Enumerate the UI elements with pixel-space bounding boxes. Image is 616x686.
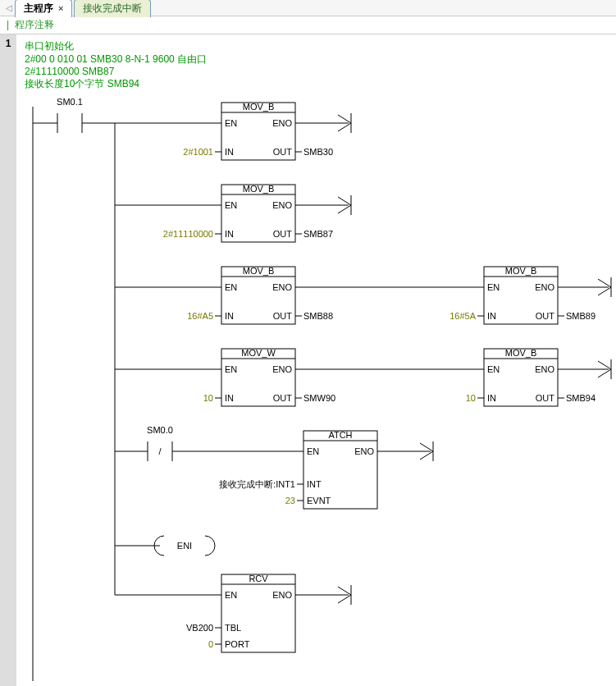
contact-label-sm01: SM0.1 xyxy=(57,97,83,107)
svg-text:MOV_B: MOV_B xyxy=(243,266,275,276)
svg-text:MOV_B: MOV_B xyxy=(505,266,537,276)
svg-text:ENI: ENI xyxy=(177,541,192,551)
svg-text:EN: EN xyxy=(225,118,237,128)
svg-text:接收完成中断:INT1: 接收完成中断:INT1 xyxy=(219,479,295,489)
tab-main-program[interactable]: 主程序 × xyxy=(15,0,72,17)
network-comment-3[interactable]: 接收长度10个字节 SMB94 xyxy=(25,78,614,90)
svg-text:OUT: OUT xyxy=(273,393,293,403)
svg-text:SMB94: SMB94 xyxy=(566,393,595,403)
svg-text:ENO: ENO xyxy=(535,364,554,374)
svg-text:IN: IN xyxy=(225,229,234,239)
svg-text:SMB87: SMB87 xyxy=(303,229,333,239)
svg-text:16#5A: 16#5A xyxy=(449,311,476,321)
svg-text:EN: EN xyxy=(487,282,500,292)
network-comment-1[interactable]: 2#00 0 010 01 SMB30 8-N-1 9600 自由口 xyxy=(25,53,614,66)
svg-text:OUT: OUT xyxy=(273,229,293,239)
tab-label: 接收完成中断 xyxy=(83,2,142,16)
network-row: 1 串口初始化 2#00 0 010 01 SMB30 8-N-1 9600 自… xyxy=(0,34,616,686)
program-comment-text: 程序注释 xyxy=(15,19,54,30)
svg-text:10: 10 xyxy=(466,393,476,403)
svg-text:23: 23 xyxy=(285,496,295,505)
network-body: 串口初始化 2#00 0 010 01 SMB30 8-N-1 9600 自由口… xyxy=(16,34,616,686)
svg-text:TBL: TBL xyxy=(225,623,241,633)
svg-text:EN: EN xyxy=(487,364,500,374)
value-out: SMB30 xyxy=(303,147,333,157)
svg-text:ENO: ENO xyxy=(272,282,292,292)
svg-text:OUT: OUT xyxy=(536,311,555,321)
svg-text:IN: IN xyxy=(225,147,234,157)
svg-text:EN: EN xyxy=(225,364,237,374)
tab-bar: ◁ 主程序 × 接收完成中断 xyxy=(0,0,616,16)
svg-text:10: 10 xyxy=(203,393,213,403)
svg-text:MOV_W: MOV_W xyxy=(241,348,276,358)
block-title: MOV_B xyxy=(243,102,275,112)
value-in: 2#1001 xyxy=(183,147,213,157)
svg-text:EN: EN xyxy=(225,590,237,600)
svg-text:/: / xyxy=(158,446,162,456)
svg-text:VB200: VB200 xyxy=(186,623,213,633)
network-comment-2[interactable]: 2#11110000 SMB87 xyxy=(25,66,614,78)
svg-text:16#A5: 16#A5 xyxy=(187,311,213,321)
svg-text:IN: IN xyxy=(225,311,234,321)
tab-label: 主程序 xyxy=(24,2,53,16)
svg-text:ENO: ENO xyxy=(272,118,292,128)
svg-text:IN: IN xyxy=(225,393,234,403)
svg-text:ENO: ENO xyxy=(272,200,292,210)
svg-text:0: 0 xyxy=(208,639,213,649)
svg-text:2#11110000: 2#11110000 xyxy=(163,229,213,239)
svg-text:ENO: ENO xyxy=(535,282,554,292)
svg-text:ENO: ENO xyxy=(272,590,292,600)
svg-text:EVNT: EVNT xyxy=(307,496,331,505)
comment-marker: | xyxy=(7,19,9,30)
svg-text:RCV: RCV xyxy=(249,574,268,583)
program-comment-bar[interactable]: | 程序注释 xyxy=(0,16,616,34)
svg-text:OUT: OUT xyxy=(273,311,293,321)
svg-text:EN: EN xyxy=(225,200,237,210)
network-number[interactable]: 1 xyxy=(0,34,16,686)
svg-text:ENO: ENO xyxy=(272,364,292,374)
svg-text:SMW90: SMW90 xyxy=(303,393,335,403)
svg-text:ENO: ENO xyxy=(354,446,374,456)
svg-text:OUT: OUT xyxy=(536,393,555,403)
tabs-scroll-left[interactable]: ◁ xyxy=(3,3,15,12)
svg-text:EN: EN xyxy=(307,446,319,456)
svg-text:ATCH: ATCH xyxy=(328,430,352,440)
svg-text:SMB88: SMB88 xyxy=(303,311,333,321)
ladder-diagram: SM0.1 MOV_B EN ENO IN OUT 2#1001 SMB30 xyxy=(25,90,614,681)
svg-text:PORT: PORT xyxy=(225,639,250,649)
svg-text:SMB89: SMB89 xyxy=(566,311,595,321)
svg-text:IN: IN xyxy=(487,393,496,403)
svg-text:OUT: OUT xyxy=(273,147,293,157)
svg-text:MOV_B: MOV_B xyxy=(505,348,537,358)
svg-text:INT: INT xyxy=(307,479,322,489)
contact-label-sm00: SM0.0 xyxy=(147,425,173,435)
svg-text:EN: EN xyxy=(225,282,237,292)
close-icon[interactable]: × xyxy=(58,3,63,13)
tab-recv-interrupt[interactable]: 接收完成中断 xyxy=(74,0,151,17)
svg-text:MOV_B: MOV_B xyxy=(243,184,275,194)
svg-text:IN: IN xyxy=(487,311,496,321)
network-title[interactable]: 串口初始化 xyxy=(25,39,614,53)
